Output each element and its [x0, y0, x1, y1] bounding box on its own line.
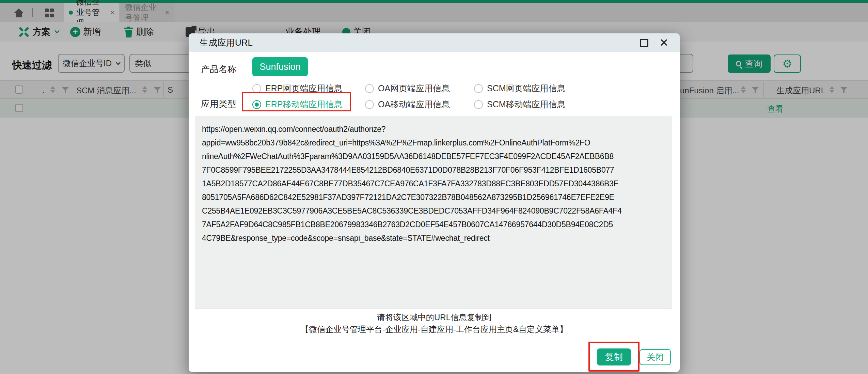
radio-label: ERP网页端应用信息 — [265, 83, 342, 94]
radio-icon — [365, 84, 374, 93]
url-line: 4C79BE&response_type=code&scope=snsapi_b… — [202, 231, 665, 245]
radio-icon — [474, 84, 483, 93]
radio-label: OA网页端应用信息 — [378, 83, 450, 94]
radio-label: ERP移动端应用信息 — [265, 99, 342, 110]
dialog-title: 生成应用URL — [200, 33, 253, 52]
url-line: 7AF5A2FAF9D64C8C985FB1CB8BE20679983346B2… — [202, 218, 665, 231]
radio-label: SCM网页端应用信息 — [487, 83, 566, 94]
radio-icon — [474, 100, 483, 109]
radio-label: SCM移动端应用信息 — [487, 99, 566, 110]
close-dialog-button[interactable]: 关闭 — [640, 349, 671, 365]
generate-url-dialog: 生成应用URL × 产品名称 Sunfusion 应用类型 ERP网页端应用信息… — [189, 33, 680, 372]
radio-icon — [252, 84, 261, 93]
url-line: appid=ww958bc20b379b842c&redirect_uri=ht… — [202, 136, 665, 150]
radio-icon — [365, 100, 374, 109]
maximize-icon[interactable] — [640, 39, 648, 47]
radio-erp-mobile[interactable]: ERP移动端应用信息 — [252, 99, 342, 110]
radio-erp-web[interactable]: ERP网页端应用信息 — [252, 83, 342, 94]
radio-scm-mobile[interactable]: SCM移动端应用信息 — [474, 99, 566, 110]
url-line: 7F0C8599F795BEE2172255D3AA3478444E854212… — [202, 163, 665, 177]
copy-instruction-line2: 【微信企业号管理平台-企业应用-自建应用-工作台应用主页&自定义菜单】 — [189, 324, 680, 335]
url-line: C255B4AE1E092EB3C3C5977906A3CE5BE5AC8C53… — [202, 204, 665, 218]
radio-oa-mobile[interactable]: OA移动端应用信息 — [365, 99, 450, 110]
copy-instruction-line1: 请将该区域中的URL信息复制到 — [189, 312, 680, 323]
radio-label: OA移动端应用信息 — [378, 99, 450, 110]
radio-icon — [252, 100, 261, 109]
url-line: 1A5B2D18577CA2D86AF44E67C8BE77DB35467C7C… — [202, 177, 665, 190]
url-line: https://open.weixin.qq.com/connect/oauth… — [202, 122, 665, 136]
footer-divider — [189, 343, 680, 343]
product-sunfusion-button[interactable]: Sunfusion — [252, 57, 308, 76]
radio-scm-web[interactable]: SCM网页端应用信息 — [474, 83, 566, 94]
copy-button[interactable]: 复制 — [597, 348, 631, 365]
app-type-label: 应用类型 — [201, 98, 236, 110]
url-line: 8051705A5FA686D62C842E52981F37AD397F7212… — [202, 190, 665, 204]
product-name-label: 产品名称 — [201, 63, 236, 75]
url-line: nlineAuth%2FWeChatAuth%3Fparam%3D9AA0315… — [202, 150, 665, 163]
radio-oa-web[interactable]: OA网页端应用信息 — [365, 83, 450, 94]
close-icon[interactable]: × — [660, 34, 668, 51]
dialog-titlebar: 生成应用URL × — [189, 33, 680, 52]
generated-url-textarea[interactable]: https://open.weixin.qq.com/connect/oauth… — [195, 116, 672, 309]
